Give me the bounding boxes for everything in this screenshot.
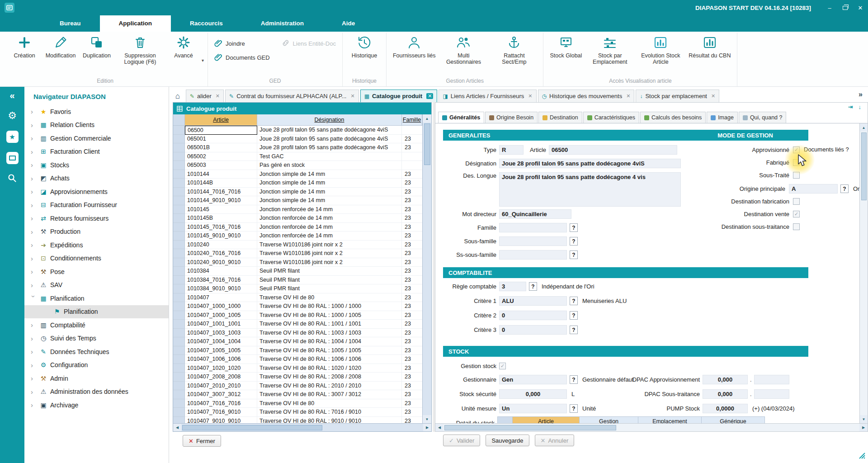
detail-tab[interactable]: Destination (538, 112, 582, 123)
tab-close-icon[interactable]: ✕ (528, 93, 532, 99)
row-selector-cell[interactable] (173, 258, 185, 267)
home-tab-icon[interactable]: ⌂ (171, 90, 184, 102)
sidebar-item[interactable]: › ◪ Approvisionnements (24, 185, 169, 198)
row-selector-cell[interactable] (173, 188, 185, 197)
scroll-right-icon[interactable]: ▶ (423, 424, 431, 431)
table-row[interactable]: 1010384 Seuil PMR filant 23 (173, 267, 422, 276)
sidebar-item[interactable]: › ▥ Comptabilité (24, 318, 169, 332)
help-button[interactable]: ? (570, 297, 578, 305)
sauvegarde-button[interactable]: Sauvegarde (486, 435, 529, 446)
table-row[interactable]: 1010144_7016_7016 Jonction simple de 14 … (173, 188, 422, 197)
column-header-famille[interactable]: Famille (402, 114, 422, 126)
menu-item[interactable]: Application (100, 15, 171, 32)
monitor-icon[interactable] (6, 152, 19, 164)
sidebar-item[interactable]: › ⚠ Administration des données (24, 385, 169, 399)
critere1-field[interactable]: ALU (499, 296, 567, 306)
table-row[interactable]: 1010407_3007_3012 Traverse OV HI de 80 R… (173, 390, 422, 399)
article-field[interactable]: 06500 (549, 145, 677, 155)
sidebar-item[interactable]: › ⊡ Conditionnements (24, 252, 169, 265)
liens-entite-doc-button[interactable]: Liens Entité-Doc (282, 39, 336, 48)
sous-famille-field[interactable] (499, 236, 567, 246)
avance-button[interactable]: Avancé (165, 33, 202, 59)
detail-tab[interactable]: Qui, quand ? (739, 112, 787, 123)
table-row[interactable]: 1010240 Traverse W1010186 joint noir x 2… (173, 241, 422, 250)
detail-tab[interactable]: Image (707, 112, 738, 123)
dock-down-icon[interactable]: ↓ (859, 104, 862, 112)
tab-close-icon[interactable]: ✕ (426, 93, 433, 99)
sidebar-item[interactable]: › ⊞ Facturation Client (24, 145, 169, 159)
sidebar-item[interactable]: › ⚠ SAV (24, 279, 169, 292)
sidebar-item[interactable]: › ◩ Achats (24, 172, 169, 185)
table-row[interactable]: 1010145_9010_9010 Jonction renforcée de … (173, 232, 422, 241)
row-selector-cell[interactable] (173, 364, 185, 373)
sidebar-item[interactable]: › ◷ Suivi des Temps (24, 332, 169, 345)
row-selector-cell[interactable] (173, 311, 185, 320)
table-row[interactable]: 1010145B Jonction renforcée de 14 mm 23 (173, 214, 422, 223)
destination-sous-traitance-checkbox[interactable] (793, 223, 800, 230)
dpac-sous-traitance-field[interactable]: 0,000 (703, 389, 748, 399)
joindre-button[interactable]: Joindre (214, 39, 270, 48)
mot-directeur-field[interactable]: 60_Quincaillerie (499, 209, 571, 219)
row-selector-cell[interactable] (173, 179, 185, 188)
scroll-left-icon[interactable]: ◀ (173, 424, 181, 431)
scroll-up-icon[interactable]: ▲ (423, 114, 431, 123)
sidebar-item[interactable]: › ▦ Relation Clients (24, 118, 169, 132)
detail-tab[interactable]: Origine Besoin (485, 112, 538, 123)
maximize-icon[interactable] (837, 0, 853, 15)
dpac-sous-traitance-extra-field[interactable] (754, 389, 789, 399)
table-row[interactable]: 1010384_7016_7016 Seuil PMR filant 23 (173, 276, 422, 285)
scroll-left-icon[interactable]: ◀ (435, 424, 443, 431)
documents-ged-button[interactable]: Documents GED (214, 53, 270, 62)
detail-tab[interactable]: Calculs des besoins (640, 112, 706, 123)
detail-vertical-scrollbar[interactable]: ▲ ▼ (859, 123, 868, 423)
tab-close-icon[interactable]: ✕ (350, 93, 354, 99)
table-row[interactable]: 1010407 Traverse OV HI de 80 23 (173, 293, 422, 302)
rattacht-sect-emp-button[interactable]: Rattacht Sect/Emp (489, 33, 539, 66)
fermer-button[interactable]: ✕ Fermer (183, 435, 221, 447)
row-selector-cell[interactable] (173, 320, 185, 329)
row-selector-cell[interactable] (173, 293, 185, 302)
help-button[interactable]: ? (570, 404, 578, 413)
dpac-approvisionnement-extra-field[interactable] (754, 375, 789, 384)
stock-securite-field[interactable]: 0,000 (499, 389, 567, 399)
tab-close-icon[interactable]: ✕ (626, 93, 630, 99)
row-selector-cell[interactable] (173, 346, 185, 355)
multi-gestionnaires-button[interactable]: Multi Gestionnaires (438, 33, 489, 66)
table-row[interactable]: 1010407_9010_9010 Traverse OV HI de 80 R… (173, 417, 422, 424)
avance-dropdown-arrow[interactable]: ▾ (202, 58, 204, 63)
evolution-stock-button[interactable]: Evolution Stock Article (635, 33, 686, 66)
table-row[interactable]: 1010407_1003_1003 Traverse OV HI de 80 R… (173, 329, 422, 338)
column-header-article[interactable]: Article (513, 416, 580, 423)
annuler-button[interactable]: ✕ Annuler (535, 435, 575, 446)
row-selector-cell[interactable] (173, 196, 185, 205)
column-header-generique[interactable]: Générique (702, 416, 765, 423)
detail-horizontal-scrollbar[interactable]: ◀ ▶ (435, 423, 868, 431)
historique-button[interactable]: Historique (346, 33, 382, 59)
table-row[interactable]: 1010145_7016_7016 Jonction renforcée de … (173, 223, 422, 232)
row-selector-cell[interactable] (173, 214, 185, 223)
row-selector-cell[interactable] (173, 276, 185, 285)
unite-mesure-field[interactable]: Un (499, 404, 567, 413)
row-selector-cell[interactable] (173, 152, 185, 161)
table-row[interactable]: 1010407_7016_9010 Traverse OV HI de 80 R… (173, 408, 422, 417)
row-selector-cell[interactable] (173, 232, 185, 241)
tab-close-icon[interactable]: ✕ (711, 93, 715, 99)
scroll-thumb[interactable] (182, 425, 322, 430)
sidebar-item[interactable]: › ⇄ Retours fournisseurs (24, 212, 169, 225)
document-tab[interactable]: ↓ Stock par emplacement ✕ (636, 90, 719, 102)
table-row[interactable]: 1010407_1020_1020 Traverse OV HI de 80 R… (173, 364, 422, 373)
critere2-field[interactable]: 0 (499, 311, 567, 320)
row-selector-cell[interactable] (173, 284, 185, 293)
sidebar-item[interactable]: › ⚙ Configuration (24, 359, 169, 372)
resize-grip[interactable] (858, 452, 865, 460)
row-selector-cell[interactable] (173, 205, 185, 214)
help-button[interactable]: ? (570, 250, 578, 259)
row-selector-cell[interactable] (173, 241, 185, 250)
row-selector-cell[interactable] (173, 161, 185, 170)
scroll-thumb[interactable] (424, 123, 430, 165)
dpac-approvisionnement-field[interactable]: 0,000 (703, 375, 748, 384)
gestion-stock-checkbox[interactable]: ✓ (499, 363, 506, 369)
document-tab[interactable]: ✎ alider ✕ (186, 90, 224, 102)
sidebar-item[interactable]: › ➔ Expéditions (24, 238, 169, 252)
sidebar-item[interactable]: › ✎ Données Techniques (24, 345, 169, 359)
